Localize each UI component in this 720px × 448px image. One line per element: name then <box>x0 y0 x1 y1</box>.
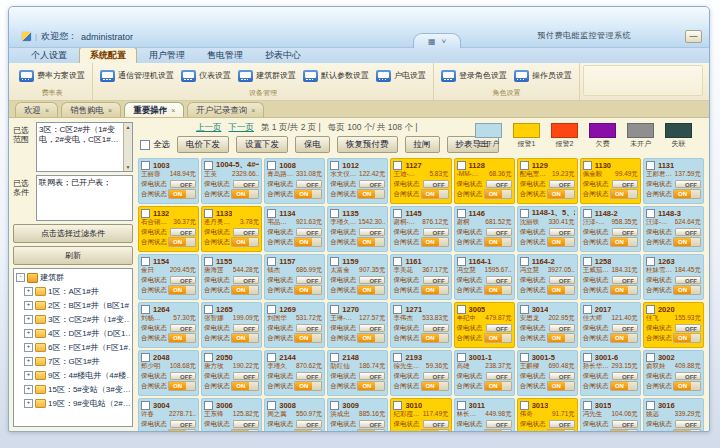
meter-checkbox[interactable] <box>520 209 529 218</box>
switch-status-toggle[interactable]: ON <box>231 381 259 391</box>
protect-status-toggle[interactable]: OFF <box>675 228 701 236</box>
meter-card[interactable]: 1135 李瑾久… 1542.30.. 保电状态 OFF 合 <box>327 206 388 252</box>
meter-checkbox[interactable] <box>204 161 213 170</box>
meter-checkbox[interactable] <box>583 353 592 362</box>
action-button[interactable]: 电价下发 <box>177 136 229 153</box>
switch-status-toggle[interactable]: ON <box>294 429 322 431</box>
protect-status-toggle[interactable]: OFF <box>359 180 385 188</box>
meter-checkbox[interactable] <box>646 257 655 266</box>
meter-card[interactable]: 3014 安思龙 202.95元 保电状态 OFF 合闸状态 <box>517 302 578 348</box>
meter-checkbox[interactable] <box>393 209 402 218</box>
meter-card[interactable]: 2144 李瑾久 870.62元 保电状态 OFF 合闸状态 <box>264 350 325 396</box>
switch-status-toggle[interactable]: ON <box>547 429 575 431</box>
protect-status-toggle[interactable]: OFF <box>549 228 575 236</box>
switch-status-toggle[interactable]: ON <box>357 237 385 247</box>
tree-item[interactable]: + 9区：4#楼电井（4#楼… <box>24 370 130 381</box>
tree-root[interactable]: - 建筑群 <box>16 272 130 283</box>
switch-status-toggle[interactable]: ON <box>421 333 449 343</box>
meter-checkbox[interactable] <box>141 401 150 410</box>
meter-card[interactable]: 1145 谢桐-… 876.12元 保电状态 OFF 合闸状 <box>390 206 451 252</box>
meter-checkbox[interactable] <box>520 353 529 362</box>
switch-status-toggle[interactable]: ON <box>673 285 701 295</box>
meter-checkbox[interactable] <box>583 257 592 266</box>
meter-card[interactable]: 1164-1 冯立慧 1595.67.. 保电状态 OFF <box>454 254 515 300</box>
switch-status-toggle[interactable]: ON <box>421 285 449 295</box>
protect-status-toggle[interactable]: OFF <box>296 180 322 188</box>
meter-card[interactable]: 3008 周之翼 550.97元 保电状态 OFF 合闸状态 <box>264 398 325 431</box>
switch-status-toggle[interactable]: ON <box>673 189 701 199</box>
meter-card[interactable]: 2050 唐方玫 190.22元 保电状态 OFF 合闸状态 <box>201 350 262 396</box>
protect-status-toggle[interactable]: OFF <box>423 228 449 236</box>
select-all-checkbox[interactable] <box>140 140 150 150</box>
switch-status-toggle[interactable]: ON <box>357 381 385 391</box>
protect-status-toggle[interactable]: OFF <box>486 372 512 380</box>
meter-card[interactable]: 1130 佩金毅 99.49元 保电状态 OFF 合闸状态 <box>580 158 641 204</box>
meter-checkbox[interactable] <box>520 161 529 170</box>
tree-item[interactable]: + 1区：A区1#井 <box>24 286 130 297</box>
expand-icon[interactable]: + <box>24 329 33 338</box>
switch-status-toggle[interactable]: ON <box>357 189 385 199</box>
meter-checkbox[interactable] <box>393 257 402 266</box>
meter-card[interactable]: 3001-1 高雄 238.37元 保电状态 OFF 合闸状 <box>454 350 515 396</box>
protect-status-toggle[interactable]: OFF <box>359 324 385 332</box>
switch-status-toggle[interactable]: ON <box>294 333 322 343</box>
meter-card[interactable]: 1129 配电室… 19.23元 保电状态 OFF 合闸状态 <box>517 158 578 204</box>
meter-checkbox[interactable] <box>457 257 466 266</box>
protect-status-toggle[interactable]: OFF <box>612 324 638 332</box>
meter-card[interactable]: 2048 郑少明 108.68元 保电状态 OFF 合闸状态 <box>138 350 199 396</box>
selected-scope-box[interactable]: 3区：C区2#井（1#变电，2#变电，C区1#… ▲ ▼ <box>36 122 133 172</box>
ribbon-button[interactable]: 登录角色设置 <box>439 68 509 84</box>
protect-status-toggle[interactable]: OFF <box>486 180 512 188</box>
meter-checkbox[interactable] <box>393 401 402 410</box>
switch-status-toggle[interactable]: ON <box>294 381 322 391</box>
expand-icon[interactable]: + <box>24 385 33 394</box>
switch-status-toggle[interactable]: ON <box>421 429 449 431</box>
meter-checkbox[interactable] <box>267 401 276 410</box>
protect-status-toggle[interactable]: OFF <box>233 180 259 188</box>
protect-status-toggle[interactable]: OFF <box>359 372 385 380</box>
meter-checkbox[interactable] <box>330 305 339 314</box>
menu-tab[interactable]: 售电管理 <box>197 48 253 63</box>
meter-card[interactable]: 1146 谢桐 681.52元 保电状态 OFF 合闸状态 <box>454 206 515 252</box>
meter-card[interactable]: 1157 钱杰 686.99元 保电状态 OFF 合闸状态 <box>264 254 325 300</box>
meter-checkbox[interactable] <box>583 305 592 314</box>
expand-icon[interactable]: + <box>24 315 33 324</box>
meter-checkbox[interactable] <box>583 401 592 410</box>
ribbon-button[interactable]: 仪表设置 <box>179 68 233 84</box>
protect-status-toggle[interactable]: OFF <box>675 180 701 188</box>
tree-item[interactable]: + 3区：C区2#井（1#变… <box>24 314 130 325</box>
meter-checkbox[interactable] <box>330 401 339 410</box>
meter-checkbox[interactable] <box>204 209 213 218</box>
protect-status-toggle[interactable]: OFF <box>549 324 575 332</box>
protect-status-toggle[interactable]: OFF <box>675 276 701 284</box>
switch-status-toggle[interactable]: ON <box>610 237 638 247</box>
meter-card[interactable]: 1258 王威茄… 184.31元 保电状态 OFF 合闸状 <box>580 254 641 300</box>
protect-status-toggle[interactable]: OFF <box>675 372 701 380</box>
protect-status-toggle[interactable]: OFF <box>170 228 196 236</box>
switch-status-toggle[interactable]: ON <box>294 285 322 295</box>
meter-card[interactable]: 1131 王郡君… 137.59元 保电状态 OFF 合闸状 <box>643 158 704 204</box>
meter-card[interactable]: 1128 -MM-… 68.36元 保电状态 OFF 合闸状 <box>454 158 515 204</box>
meter-checkbox[interactable] <box>646 305 655 314</box>
expand-icon[interactable]: + <box>24 399 33 408</box>
switch-status-toggle[interactable]: ON <box>547 333 575 343</box>
meter-card[interactable]: 3001-6 孙长华… 293.15元 保电状态 OFF 合 <box>580 350 641 396</box>
protect-status-toggle[interactable]: OFF <box>170 324 196 332</box>
meter-checkbox[interactable] <box>204 401 213 410</box>
protect-status-toggle[interactable]: OFF <box>612 228 638 236</box>
meter-checkbox[interactable] <box>204 305 213 314</box>
meter-card[interactable]: 1270 王琳-… 127.57元 保电状态 OFF 合闸状 <box>327 302 388 348</box>
ribbon-button[interactable]: 通信管理机设置 <box>98 68 176 84</box>
close-icon[interactable]: × <box>45 107 49 114</box>
menu-tab[interactable]: 系统配置 <box>79 47 137 63</box>
switch-status-toggle[interactable]: ON <box>547 285 575 295</box>
tree-item[interactable]: + 15区：5#变站（3#变… <box>24 384 130 395</box>
meter-card[interactable]: 1265 张智娜 199.09元 保电状态 OFF 合闸状态 <box>201 302 262 348</box>
meter-checkbox[interactable] <box>457 401 466 410</box>
meter-checkbox[interactable] <box>583 209 592 218</box>
meter-checkbox[interactable] <box>267 305 276 314</box>
protect-status-toggle[interactable]: OFF <box>549 180 575 188</box>
protect-status-toggle[interactable]: OFF <box>233 420 259 428</box>
meter-checkbox[interactable] <box>393 161 402 170</box>
switch-status-toggle[interactable]: ON <box>484 285 512 295</box>
